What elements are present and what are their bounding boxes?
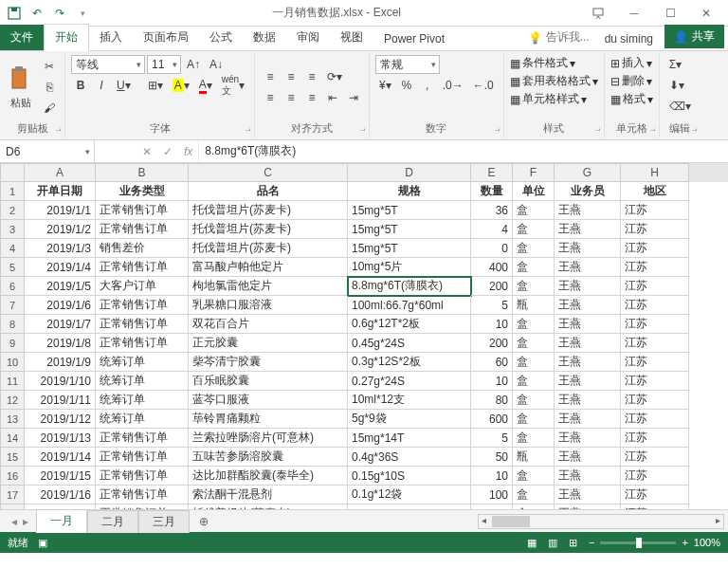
tab-layout[interactable]: 页面布局	[133, 25, 199, 50]
tab-data[interactable]: 数据	[243, 25, 286, 50]
tab-file[interactable]: 文件	[0, 25, 44, 50]
zoom-in-icon[interactable]: +	[682, 537, 687, 548]
cell[interactable]: 2019/1/6	[25, 296, 96, 315]
cell[interactable]: 2019/1/10	[25, 372, 96, 391]
tab-view[interactable]: 视图	[330, 25, 373, 50]
dec-decimal-icon[interactable]: ←.0	[469, 76, 498, 95]
cell[interactable]: 2019/1/13	[25, 429, 96, 448]
cell[interactable]: 正常销售订单	[96, 315, 189, 334]
cell[interactable]: 正常销售订单	[96, 201, 189, 220]
sheet-tab-1[interactable]: 一月	[36, 509, 87, 533]
zoom-slider[interactable]	[600, 541, 676, 544]
currency-icon[interactable]: ¥▾	[375, 76, 395, 95]
cell[interactable]: 托伐普坦片(苏麦卡)	[189, 201, 348, 220]
align-center-icon[interactable]: ≡	[282, 88, 300, 107]
cell[interactable]: 柴芩清宁胶囊	[189, 353, 348, 372]
undo-icon[interactable]: ↶	[27, 3, 47, 24]
cell[interactable]: 江苏	[621, 448, 689, 467]
cell[interactable]: 王燕	[555, 353, 621, 372]
col-header[interactable]: E	[471, 163, 513, 182]
cell[interactable]: 0.3g*12S*2板	[348, 353, 471, 372]
format-painter-icon[interactable]: 🖌	[40, 99, 59, 118]
cell[interactable]: 正常销售订单	[96, 296, 189, 315]
cell[interactable]: 2019/1/9	[25, 353, 96, 372]
cell[interactable]: 15mg*5T	[348, 201, 471, 220]
view-normal-icon[interactable]: ▦	[527, 537, 537, 549]
cell[interactable]: 江苏	[621, 429, 689, 448]
cell[interactable]: 60	[471, 353, 513, 372]
cell[interactable]: 0	[471, 239, 513, 258]
add-sheet-icon[interactable]: ⊕	[190, 512, 218, 531]
comma-icon[interactable]: ,	[418, 76, 437, 95]
cell[interactable]: 王燕	[555, 391, 621, 410]
align-right-icon[interactable]: ≡	[302, 88, 321, 107]
sheet-prev-icon[interactable]: ◂	[11, 515, 17, 528]
enter-formula-icon[interactable]: ✓	[163, 145, 173, 158]
row-header[interactable]: 6	[0, 277, 25, 296]
cell[interactable]: 荜铃胃痛颗粒	[189, 410, 348, 429]
sheet-next-icon[interactable]: ▸	[23, 515, 28, 528]
border-icon[interactable]: ⊞▾	[144, 76, 167, 95]
cell[interactable]: 王燕	[555, 429, 621, 448]
cell[interactable]: 100	[471, 486, 513, 504]
row-header[interactable]: 12	[0, 391, 25, 410]
cell[interactable]: 5	[471, 429, 513, 448]
row-header[interactable]: 10	[0, 353, 25, 372]
table-header[interactable]: 业务员	[555, 182, 621, 201]
tab-home[interactable]: 开始	[44, 24, 89, 51]
cell[interactable]: 江苏	[621, 258, 689, 277]
row-header[interactable]: 5	[0, 258, 25, 277]
cell[interactable]: 枸地氯雷他定片	[189, 277, 348, 296]
cell[interactable]: 200	[471, 334, 513, 353]
cell[interactable]: 600	[471, 410, 513, 429]
clear-icon[interactable]: ⌫▾	[665, 97, 695, 116]
col-header[interactable]: A	[25, 163, 96, 182]
tab-insert[interactable]: 插入	[89, 25, 133, 50]
zoom-out-icon[interactable]: −	[589, 537, 594, 548]
cell[interactable]: 2019/1/5	[25, 277, 96, 296]
cell[interactable]: 江苏	[621, 296, 689, 315]
col-header[interactable]: B	[96, 163, 189, 182]
row-header[interactable]: 8	[0, 315, 25, 334]
fill-icon[interactable]: ⬇▾	[665, 76, 688, 95]
cell[interactable]: 江苏	[621, 239, 689, 258]
cell[interactable]: 2019/1/12	[25, 410, 96, 429]
cell[interactable]: 大客户订单	[96, 277, 189, 296]
cell[interactable]: 统筹订单	[96, 410, 189, 429]
view-layout-icon[interactable]: ▥	[548, 537, 557, 549]
format-cells-button[interactable]: ▦格式▾	[610, 91, 653, 107]
cell[interactable]: 正常销售订单	[96, 429, 189, 448]
cell[interactable]: 统筹订单	[96, 391, 189, 410]
cell[interactable]: 正常销售订单	[96, 258, 189, 277]
view-break-icon[interactable]: ⊞	[569, 537, 577, 549]
cell[interactable]: 江苏	[621, 391, 689, 410]
cell[interactable]: 盒	[513, 239, 555, 258]
cell[interactable]: 王燕	[555, 467, 621, 486]
share-button[interactable]: 👤共享	[664, 25, 724, 48]
cell[interactable]: 托伐普坦片(苏麦卡)	[189, 220, 348, 239]
cell[interactable]: 王燕	[555, 334, 621, 353]
cell[interactable]: 江苏	[621, 315, 689, 334]
redo-icon[interactable]: ↷	[49, 3, 70, 24]
row-header[interactable]: 9	[0, 334, 25, 353]
horizontal-scrollbar[interactable]: ◂ ▸	[478, 514, 724, 529]
cell[interactable]: 王燕	[555, 448, 621, 467]
cell[interactable]: 王燕	[555, 315, 621, 334]
cell[interactable]: 50	[471, 448, 513, 467]
cell[interactable]: 5g*9袋	[348, 410, 471, 429]
cell[interactable]: 王燕	[555, 504, 621, 509]
cell[interactable]: 2019/1/1	[25, 201, 96, 220]
cell[interactable]: 盒	[513, 410, 555, 429]
copy-icon[interactable]: ⎘	[40, 78, 59, 97]
cell[interactable]: 盒	[513, 486, 555, 504]
cell[interactable]: 盒	[513, 391, 555, 410]
cell[interactable]: 100ml:66.7g*60ml	[348, 296, 471, 315]
cell[interactable]: 盒	[513, 353, 555, 372]
cell[interactable]: 2019/1/4	[25, 258, 96, 277]
inc-decimal-icon[interactable]: .0→	[439, 76, 467, 95]
cell-style-button[interactable]: ▦单元格样式▾	[510, 91, 587, 107]
cell[interactable]: 盒	[513, 504, 555, 509]
table-header[interactable]: 地区	[621, 182, 689, 201]
cell[interactable]: 盒	[513, 220, 555, 239]
table-header[interactable]: 数量	[471, 182, 513, 201]
